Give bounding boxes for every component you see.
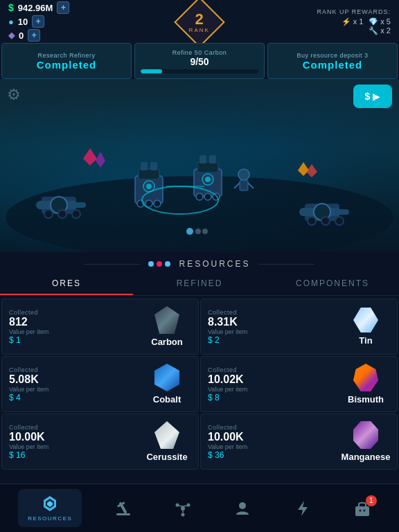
res-dot-2 <box>157 261 162 267</box>
svg-line-57 <box>183 506 187 506</box>
cerussite-name: Cerussite <box>146 452 187 462</box>
money-value: 942.96M <box>18 3 53 13</box>
resource-card-carbon[interactable]: Collected 812 Value per item $ 1 Carbon <box>1 299 199 355</box>
crystals-row: ● 10 + <box>8 15 69 28</box>
cobalt-collected-label: Collected <box>9 366 136 373</box>
rank-number: 2 <box>195 11 204 26</box>
svg-marker-40 <box>298 162 309 176</box>
quest-progress-2: 9/50 <box>190 56 209 67</box>
svg-point-7 <box>72 210 80 218</box>
svg-marker-38 <box>83 148 97 166</box>
cerussite-collected-value: 10.00K <box>9 431 136 443</box>
manganese-value-label: Value per item <box>208 443 335 450</box>
reward-item-2: 💎 x 5 <box>369 17 391 26</box>
resources-line-left <box>85 264 140 265</box>
resource-card-tin[interactable]: Collected 8.31K Value per item $ 2 Tin <box>200 299 398 355</box>
cobalt-value-label: Value per item <box>9 386 136 393</box>
svg-rect-27 <box>209 155 216 163</box>
resources-line-right <box>259 264 314 265</box>
resources-dots <box>148 261 170 267</box>
quest-status-1: Completed <box>37 59 97 71</box>
svg-point-23 <box>146 184 152 189</box>
top-bar: $ 942.96M + ● 10 + ◆ 0 + 2 RANK RANK UP … <box>0 0 399 43</box>
quest-item-1[interactable]: Research Refinery Completed <box>1 43 132 79</box>
nav-item-power[interactable] <box>284 494 321 523</box>
nav-item-mine[interactable] <box>105 494 142 523</box>
power-nav-icon <box>294 499 312 517</box>
quest-title-2: Refine 50 Carbon <box>172 49 227 56</box>
resource-info-bismuth: Collected 10.02K Value per item $ 8 <box>208 366 335 402</box>
rewards-title: RANK UP REWARDS: <box>317 8 391 15</box>
bismuth-collected-value: 10.02K <box>208 373 335 386</box>
svg-point-32 <box>205 177 211 182</box>
reward-amount-1: x 1 <box>353 17 364 26</box>
svg-point-13 <box>321 217 330 225</box>
resource-card-cerussite[interactable]: Collected 10.00K Value per item $ 16 Cer… <box>1 414 199 470</box>
svg-point-55 <box>181 513 184 516</box>
carbon-collected-label: Collected <box>9 309 136 316</box>
tab-refined[interactable]: REFINED <box>133 273 266 295</box>
svg-point-5 <box>44 210 53 218</box>
rewards-row-2: 🔧 x 2 <box>317 26 391 35</box>
svg-point-53 <box>175 503 179 506</box>
svg-rect-49 <box>116 513 130 515</box>
res-dot-1 <box>148 261 154 267</box>
rewards-col: RANK UP REWARDS: ⚡ x 1 💎 x 5 🔧 x 2 <box>317 8 391 35</box>
quest-item-2[interactable]: Refine 50 Carbon 9/50 <box>134 43 265 79</box>
svg-point-45 <box>202 229 208 234</box>
svg-rect-4 <box>71 202 86 208</box>
nav-item-crew[interactable] <box>224 494 261 523</box>
game-area: ⚙ $ ▶ <box>0 79 399 252</box>
carbon-name: Carbon <box>151 337 183 347</box>
reward-amount-3: x 2 <box>380 26 391 35</box>
bismuth-icon-area: Bismuth <box>342 364 390 405</box>
svg-rect-26 <box>200 155 206 163</box>
bismuth-collected-label: Collected <box>208 366 335 373</box>
manganese-icon <box>353 421 378 449</box>
svg-point-14 <box>335 217 344 225</box>
reward-icon-3: 🔧 <box>369 26 378 35</box>
svg-marker-39 <box>96 152 105 168</box>
svg-point-34 <box>238 169 249 180</box>
quest-bar: Research Refinery Completed Refine 50 Ca… <box>0 43 399 79</box>
tab-components[interactable]: COMPONENTS <box>266 273 399 295</box>
add-fuel-button[interactable]: + <box>28 29 40 42</box>
bismuth-icon <box>353 364 378 391</box>
nav-item-market[interactable]: 1 <box>344 494 381 523</box>
quest-item-3[interactable]: Buy resource deposit 3 Completed <box>267 43 398 79</box>
nav-item-resources[interactable]: RESOURCES <box>18 489 82 527</box>
cobalt-name: Cobalt <box>153 394 181 405</box>
tab-ores[interactable]: ORES <box>0 273 133 295</box>
resource-card-manganese[interactable]: Collected 10.00K Value per item $ 36 Man… <box>200 414 398 470</box>
carbon-value-label: Value per item <box>9 328 136 335</box>
bismuth-value-label: Value per item <box>208 386 335 393</box>
svg-point-6 <box>58 210 66 218</box>
manganese-name: Manganese <box>342 452 391 462</box>
tin-icon-area: Tin <box>342 308 390 346</box>
bismuth-name: Bismuth <box>348 394 384 405</box>
svg-point-21 <box>154 200 161 207</box>
crystals-value: 10 <box>18 17 28 27</box>
svg-rect-11 <box>334 209 349 215</box>
svg-point-44 <box>195 229 201 234</box>
svg-rect-24 <box>194 169 222 197</box>
svg-rect-18 <box>150 162 157 170</box>
network-nav-icon <box>174 499 192 517</box>
currency-col: $ 942.96M + ● 10 + ◆ 0 + <box>8 1 69 42</box>
quest-progress-bar-2 <box>141 69 258 73</box>
nav-item-network[interactable] <box>164 494 202 523</box>
add-crystals-button[interactable]: + <box>32 15 44 28</box>
rank-badge: 2 RANK <box>181 4 218 40</box>
svg-rect-25 <box>197 162 218 172</box>
resource-card-cobalt[interactable]: Collected 5.08K Value per item $ 4 Cobal… <box>1 356 199 412</box>
svg-marker-60 <box>298 501 308 516</box>
tin-collected-value: 8.31K <box>208 316 335 328</box>
game-scene <box>0 79 399 252</box>
crystals-icon: ● <box>8 17 14 27</box>
cobalt-icon <box>154 364 179 391</box>
fuel-row: ◆ 0 + <box>8 29 69 42</box>
tin-name: Tin <box>359 335 372 346</box>
add-money-button[interactable]: + <box>57 1 69 14</box>
svg-point-52 <box>181 506 185 511</box>
resource-card-bismuth[interactable]: Collected 10.02K Value per item $ 8 Bism… <box>200 356 398 412</box>
